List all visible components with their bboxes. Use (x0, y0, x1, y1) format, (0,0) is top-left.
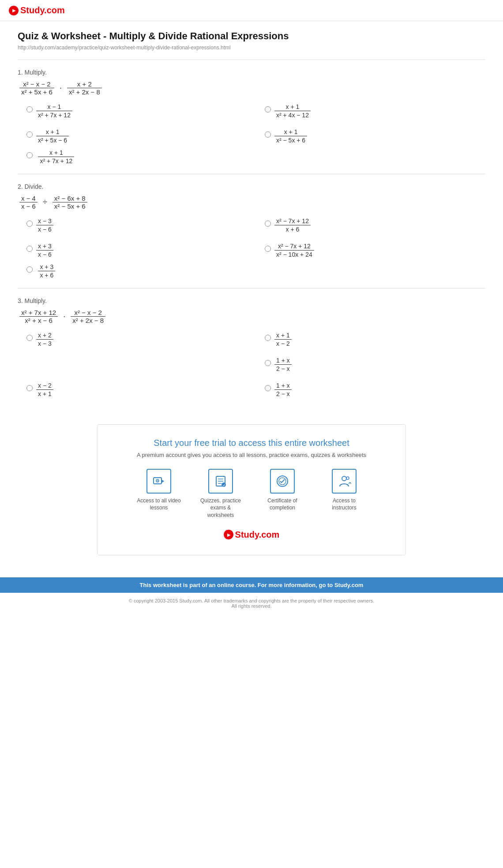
q1-answers: x − 1 x² + 7x + 12 x + 1 x² + 4x − 12 x … (18, 103, 485, 144)
q1-radio-a[interactable] (26, 106, 33, 112)
page-url: http://study.com/academy/practice/quiz-w… (18, 45, 485, 51)
premium-title: Start your free trial to access this ent… (115, 438, 388, 448)
q1-radio-c[interactable] (26, 131, 33, 138)
premium-logo-icon (224, 530, 233, 539)
q3-radio-d[interactable] (26, 385, 33, 391)
svg-text:✓: ✓ (223, 483, 225, 486)
feature-instructors: Access to instructors (322, 469, 366, 519)
premium-box: Start your free trial to access this ent… (97, 424, 406, 555)
q1-num1: x² − x − 2 (21, 80, 53, 88)
question-1: 1. Multiply. x² − x − 2 x² + 5x + 6 · x … (18, 60, 485, 174)
q1-den2: x² + 2x − 8 (67, 88, 102, 96)
q2-radio-b[interactable] (265, 221, 271, 227)
q3-radio-b[interactable] (265, 335, 271, 341)
q3-operator: · (63, 312, 65, 321)
blue-bar-link[interactable]: Study.com (334, 582, 364, 588)
svg-marker-1 (161, 479, 164, 483)
q1-answer-a[interactable]: x − 1 x² + 7x + 12 (26, 103, 247, 119)
q2-answer-c[interactable]: x + 3 x − 6 (26, 242, 247, 258)
q3-radio-e[interactable] (265, 385, 271, 391)
q1-operator: · (60, 83, 62, 93)
q3-answer-e[interactable]: 1 + x 2 − x (265, 382, 485, 398)
blue-bar: This worksheet is part of an online cour… (0, 577, 503, 593)
q1-answer-c[interactable]: x + 1 x² + 5x − 6 (26, 128, 247, 144)
q2-radio-a[interactable] (26, 221, 33, 227)
instructors-icon (332, 469, 357, 494)
question-3: 3. Multiply. x² + 7x + 12 x² + x − 6 · x… (18, 288, 485, 411)
q1-radio-b[interactable] (265, 106, 271, 112)
feature-instructors-label: Access to instructors (322, 497, 366, 512)
footer: © copyright 2003-2015 Study.com. All oth… (0, 593, 503, 614)
q2-den2: x² − 5x + 6 (53, 202, 87, 210)
footer-line2: All rights reserved. (5, 603, 498, 609)
q3-answer-d[interactable]: x − 2 x + 1 (26, 382, 247, 398)
q2-answer-a[interactable]: x − 3 x − 6 (26, 217, 247, 233)
q2-radio-e[interactable] (26, 266, 33, 273)
question-1-label: 1. Multiply. (18, 69, 485, 76)
q2-num1: x − 4 (19, 195, 38, 202)
logo-text: Study.com (20, 5, 65, 15)
q3-answer-b[interactable]: x + 1 x − 2 (265, 331, 485, 348)
header: Study.com (0, 0, 503, 21)
logo[interactable]: Study.com (9, 5, 494, 15)
feature-quizzes: ✓ Quizzes, practice exams & worksheets (199, 469, 243, 519)
q2-answers: x − 3 x − 6 x² − 7x + 12 x + 6 x + 3 (18, 217, 485, 258)
feature-video: Access to all video lessons (137, 469, 181, 519)
certificate-icon (270, 469, 295, 494)
q3-radio-a[interactable] (26, 335, 33, 341)
q1-den1: x² + 5x + 6 (19, 88, 54, 96)
q3-radio-c[interactable] (265, 360, 271, 366)
q2-radio-d[interactable] (265, 246, 271, 252)
q2-answer-e[interactable]: x + 3 x + 6 (18, 263, 485, 279)
blue-bar-text: This worksheet is part of an online cour… (140, 582, 333, 588)
feature-quizzes-label: Quizzes, practice exams & worksheets (199, 497, 243, 519)
q3-answer-c[interactable]: 1 + x 2 − x (265, 356, 485, 373)
question-3-label: 3. Multiply. (18, 297, 485, 304)
question-3-math: x² + 7x + 12 x² + x − 6 · x² − x − 2 x² … (18, 309, 485, 324)
q3-den1: x² + x − 6 (23, 317, 54, 324)
q2-den1: x − 6 (19, 202, 38, 210)
question-2-label: 2. Divide. (18, 183, 485, 190)
feature-certificate-label: Certificate of completion (260, 497, 304, 512)
video-icon (146, 469, 171, 494)
q1-answer-e[interactable]: x + 1 x² + 7x + 12 (18, 149, 485, 165)
q1-answer-b[interactable]: x + 1 x² + 4x − 12 (265, 103, 485, 119)
q3-answers: x + 2 x − 3 x + 1 x − 2 1 + x (18, 331, 485, 398)
q2-radio-c[interactable] (26, 246, 33, 252)
q1-num2: x + 2 (75, 80, 94, 88)
features-row: Access to all video lessons ✓ Quizzes, p… (115, 469, 388, 519)
q2-operator: ÷ (43, 198, 47, 207)
question-2: 2. Divide. x − 4 x − 6 ÷ x² − 6x + 8 x² … (18, 174, 485, 288)
premium-subtitle: A premium account gives you access to al… (115, 452, 388, 458)
feature-certificate: Certificate of completion (260, 469, 304, 519)
q1-radio-e[interactable] (26, 152, 33, 158)
premium-logo: Study.com (115, 530, 388, 540)
q3-num1: x² + 7x + 12 (19, 309, 58, 316)
feature-video-label: Access to all video lessons (137, 497, 181, 512)
footer-line1: © copyright 2003-2015 Study.com. All oth… (5, 598, 498, 603)
quizzes-icon: ✓ (208, 469, 233, 494)
svg-point-12 (342, 476, 346, 481)
question-2-math: x − 4 x − 6 ÷ x² − 6x + 8 x² − 5x + 6 (18, 195, 485, 210)
q3-num2: x² − x − 2 (72, 309, 104, 316)
q2-num2: x² − 6x + 8 (53, 195, 87, 202)
main-content: Quiz & Worksheet - Multiply & Divide Rat… (0, 21, 503, 577)
page-title: Quiz & Worksheet - Multiply & Divide Rat… (18, 30, 485, 43)
logo-icon (9, 6, 19, 15)
q1-radio-d[interactable] (265, 131, 271, 138)
q2-answer-d[interactable]: x² − 7x + 12 x² − 10x + 24 (265, 242, 485, 258)
q3-den2: x² + 2x − 8 (71, 317, 105, 324)
q2-answer-b[interactable]: x² − 7x + 12 x + 6 (265, 217, 485, 233)
question-1-math: x² − x − 2 x² + 5x + 6 · x + 2 x² + 2x −… (18, 80, 485, 96)
q1-answer-d[interactable]: x + 1 x² − 5x + 6 (265, 128, 485, 144)
q3-answer-a[interactable]: x + 2 x − 3 (26, 331, 247, 348)
